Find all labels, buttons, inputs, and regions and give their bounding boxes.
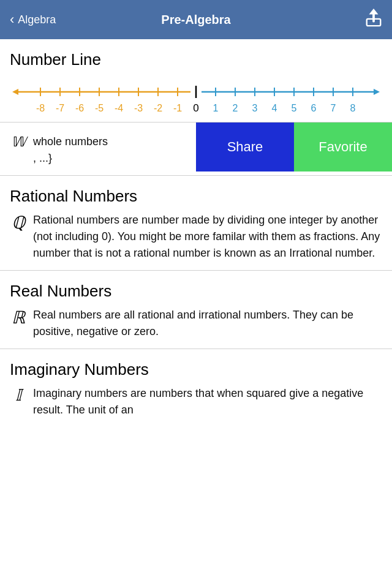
rational-symbol: ℚ — [10, 213, 27, 233]
chevron-left-icon: ‹ — [10, 12, 14, 28]
svg-marker-4 — [12, 89, 18, 95]
number-line-section: Number Line -8 -7 -6 — [0, 39, 392, 122]
svg-marker-1 — [369, 9, 379, 14]
whole-numbers-section: Share Favorite 𝕎 whole numbers , ...} — [0, 122, 392, 175]
imaginary-numbers-section: Imaginary Numbers 𝕀 Imaginary numbers ar… — [0, 349, 392, 427]
rational-numbers-description: Rational numbers are number made by divi… — [33, 212, 382, 262]
real-numbers-section: Real Numbers ℝ Real numbers are all rati… — [0, 270, 392, 349]
rational-numbers-section: Rational Numbers ℚ Rational numbers are … — [0, 175, 392, 270]
page-title: Pre-Algebra — [161, 13, 230, 27]
svg-text:6: 6 — [311, 103, 317, 113]
back-label: Algebra — [18, 13, 56, 26]
header: ‹ Algebra Pre-Algebra — [0, 0, 392, 39]
svg-text:-5: -5 — [95, 103, 104, 113]
svg-text:0: 0 — [193, 102, 198, 114]
number-line-svg: -8 -7 -6 -5 -4 -3 -2 -1 0 1 2 3 4 5 6 7 … — [10, 77, 382, 119]
back-button[interactable]: ‹ Algebra — [10, 12, 56, 28]
svg-text:-1: -1 — [173, 103, 182, 113]
svg-text:-7: -7 — [56, 103, 64, 113]
share-icon[interactable] — [365, 9, 382, 31]
share-button[interactable]: Share — [196, 123, 294, 172]
svg-text:-4: -4 — [115, 103, 123, 113]
whole-numbers-symbol: 𝕎 — [10, 134, 27, 150]
svg-text:7: 7 — [331, 103, 336, 113]
svg-text:-8: -8 — [36, 103, 45, 113]
svg-text:5: 5 — [292, 103, 297, 113]
svg-text:8: 8 — [350, 103, 356, 113]
svg-text:-2: -2 — [154, 103, 162, 113]
number-line-title: Number Line — [10, 50, 382, 69]
real-numbers-description: Real numbers are all rational and irrati… — [33, 307, 382, 340]
imaginary-numbers-description: Imaginary numbers are numbers that when … — [33, 385, 382, 418]
action-buttons: Share Favorite — [196, 123, 392, 172]
favorite-button[interactable]: Favorite — [294, 123, 392, 172]
svg-marker-6 — [374, 89, 380, 95]
svg-text:-6: -6 — [75, 103, 84, 113]
imaginary-numbers-title: Imaginary Numbers — [10, 360, 382, 379]
real-numbers-title: Real Numbers — [10, 282, 382, 301]
imaginary-symbol: 𝕀 — [10, 386, 27, 405]
real-symbol: ℝ — [10, 307, 27, 328]
svg-text:4: 4 — [272, 103, 277, 113]
svg-text:2: 2 — [233, 103, 238, 113]
svg-text:3: 3 — [252, 103, 258, 113]
svg-text:-3: -3 — [134, 103, 143, 113]
svg-text:1: 1 — [213, 103, 219, 113]
rational-numbers-title: Rational Numbers — [10, 187, 382, 206]
